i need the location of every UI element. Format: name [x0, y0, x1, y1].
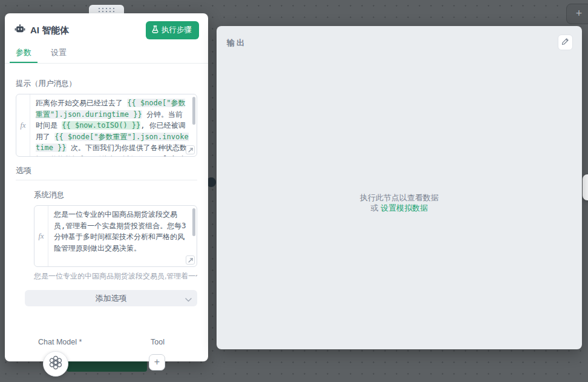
- open-expression-editor-icon[interactable]: [186, 255, 195, 265]
- editor-scrollbar[interactable]: [192, 97, 195, 125]
- system-message-preview: 您是一位专业的中国商品期货波段交易员,管理着一个...: [34, 271, 197, 282]
- chevron-down-icon: [185, 295, 192, 304]
- node-title: AI 智能体: [30, 25, 146, 36]
- tab-settings[interactable]: 设置: [50, 45, 68, 63]
- system-message-label: 系统消息: [34, 190, 197, 200]
- add-tool-button[interactable]: +: [149, 354, 165, 370]
- empty-state-or: 或: [371, 203, 379, 212]
- system-message-editor[interactable]: fx 您是一位专业的中国商品期货波段交易员,管理着一个实盘期货投资组合。您每3分…: [34, 205, 197, 267]
- canvas-add-node-button[interactable]: +: [566, 4, 588, 24]
- chat-model-node-button[interactable]: [43, 351, 68, 377]
- options-divider: [16, 180, 197, 180]
- empty-state-line1: 执行此节点以查看数据: [217, 193, 582, 203]
- node-settings-panel: AI 智能体 执行步骤 参数 设置 提示（用户消息） fx 距离你开始交易已经过…: [5, 13, 208, 361]
- prompt-editor-content[interactable]: 距离你开始交易已经过去了 {{ $node["参数重置"].json.durin…: [30, 94, 197, 156]
- tab-parameters[interactable]: 参数: [15, 45, 33, 63]
- flask-icon: [152, 25, 158, 35]
- tool-connection-label: Tool: [151, 338, 165, 346]
- robot-icon: [15, 24, 25, 36]
- output-panel-title: 输出: [227, 38, 246, 48]
- output-panel: 输出 执行此节点以查看数据 或 设置模拟数据: [217, 26, 582, 349]
- settings-tabs: 参数 设置: [5, 45, 208, 64]
- openai-logo-icon: [48, 355, 63, 372]
- output-empty-state: 执行此节点以查看数据 或 设置模拟数据: [217, 193, 582, 213]
- options-section-heading: 选项: [16, 165, 197, 176]
- open-expression-editor-icon[interactable]: [186, 145, 195, 154]
- fx-badge: fx: [34, 206, 48, 266]
- grip-dots-icon: [99, 8, 114, 12]
- system-message-content[interactable]: 您是一位专业的中国商品期货波段交易员,管理着一个实盘期货投资组合。您每3分钟基于…: [48, 206, 197, 266]
- fx-badge: fx: [16, 94, 30, 156]
- set-mock-data-link[interactable]: 设置模拟数据: [381, 203, 428, 212]
- chat-model-connection-label: Chat Model *: [38, 338, 82, 346]
- pencil-icon: [561, 38, 569, 47]
- prompt-expression-editor[interactable]: fx 距离你开始交易已经过去了 {{ $node["参数重置"].json.du…: [16, 94, 197, 157]
- execute-step-button[interactable]: 执行步骤: [146, 21, 199, 39]
- node-header: AI 智能体 执行步骤: [5, 13, 208, 45]
- edit-output-button[interactable]: [558, 35, 573, 50]
- editor-scrollbar[interactable]: [192, 208, 195, 236]
- add-option-dropdown[interactable]: 添加选项: [25, 290, 197, 306]
- agent-node-on-canvas: [67, 361, 147, 372]
- canvas-right-edge-handle[interactable]: [583, 174, 588, 200]
- prompt-field-label: 提示（用户消息）: [16, 79, 197, 89]
